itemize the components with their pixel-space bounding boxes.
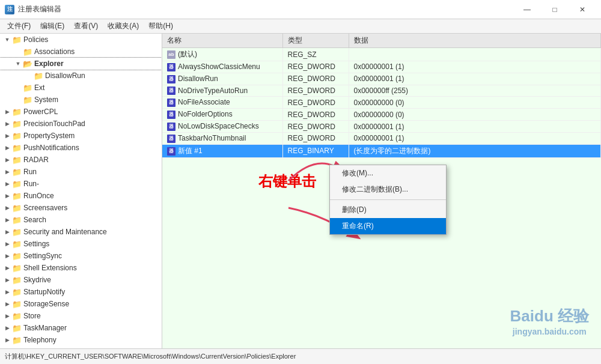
folder-icon-radar: 📁	[12, 155, 22, 165]
folder-icon-taskmanager: 📁	[12, 323, 22, 333]
ctx-modify[interactable]: 修改(M)...	[330, 165, 446, 181]
col-type[interactable]: 类型	[282, 34, 349, 48]
tree-item-settingsync[interactable]: ▶ 📁 SettingSync	[0, 250, 162, 262]
cell-data	[349, 48, 601, 61]
tree-item-precisiontouchpad[interactable]: ▶ 📁 PrecisionTouchPad	[0, 118, 162, 130]
maximize-button[interactable]: □	[541, 0, 569, 19]
expand-icon-telephony: ▶	[2, 335, 12, 345]
table-row[interactable]: 器NoFolderOptionsREG_DWORD0x00000000 (0)	[162, 109, 601, 121]
ctx-modify-binary[interactable]: 修改二进制数据(B)...	[330, 181, 446, 198]
table-row[interactable]: ab(默认)REG_SZ	[162, 48, 601, 61]
tree-item-storagesense[interactable]: ▶ 📁 StorageSense	[0, 298, 162, 310]
tree-item-taskmanager[interactable]: ▶ 📁 TaskManager	[0, 322, 162, 334]
cell-type: REG_DWORD	[282, 61, 349, 73]
cell-name: 器NoFolderOptions	[162, 109, 282, 121]
expand-icon-pushnotifications: ▶	[2, 143, 12, 153]
tree-item-associations[interactable]: ▶ 📁 Associations	[0, 46, 162, 58]
tree-label-run2: Run-	[23, 180, 39, 188]
type-icon: 器	[167, 123, 175, 131]
folder-icon-run: 📁	[12, 167, 22, 177]
menu-view[interactable]: 查看(V)	[69, 20, 103, 32]
table-row[interactable]: 器AlwaysShowClassicMenuREG_DWORD0x0000000…	[162, 61, 601, 73]
folder-icon-securitymaintenance: 📁	[12, 227, 22, 237]
tree-item-ext[interactable]: ▶ 📁 Ext	[0, 82, 162, 94]
table-row[interactable]: 器DisallowRunREG_DWORD0x00000001 (1)	[162, 73, 601, 85]
folder-icon-propertysystem: 📁	[12, 131, 22, 141]
col-name[interactable]: 名称	[162, 34, 282, 48]
cell-name: 器TaskbarNoThumbnail	[162, 132, 282, 144]
expand-icon-search: ▶	[2, 215, 12, 225]
expand-icon-startupnotify: ▶	[2, 287, 12, 297]
type-icon: 器	[167, 75, 175, 83]
tree-label-telephony: Telephony	[23, 336, 56, 344]
tree-label-pushnotifications: PushNotifications	[23, 144, 79, 152]
tree-item-policies[interactable]: ▼ 📁 Policies	[0, 34, 162, 46]
folder-icon-runonce: 📁	[12, 191, 22, 201]
tree-item-powercpl[interactable]: ▶ 📁 PowerCPL	[0, 106, 162, 118]
tree-item-securitymaintenance[interactable]: ▶ 📁 Security and Maintenance	[0, 226, 162, 238]
col-data[interactable]: 数据	[349, 34, 601, 48]
ctx-delete[interactable]: 删除(D)	[330, 202, 446, 218]
expand-icon-explorer: ▼	[13, 59, 23, 68]
cell-type: REG_BINARY	[282, 144, 349, 157]
tree-item-search[interactable]: ▶ 📁 Search	[0, 214, 162, 226]
tree-label-search: Search	[23, 216, 46, 224]
tree-item-store[interactable]: ▶ 📁 Store	[0, 310, 162, 322]
tree-item-settings[interactable]: ▶ 📁 Settings	[0, 238, 162, 250]
expand-icon-taskmanager: ▶	[2, 323, 12, 333]
tree-item-runonce[interactable]: ▶ 📁 RunOnce	[0, 190, 162, 202]
expand-icon-radar: ▶	[2, 155, 12, 165]
table-row[interactable]: 器NoLowDiskSpaceChecksREG_DWORD0x00000001…	[162, 121, 601, 133]
table-row[interactable]: 器NoFileAssociateREG_DWORD0x00000000 (0)	[162, 97, 601, 109]
tree-item-run[interactable]: ▶ 📁 Run	[0, 166, 162, 178]
tree-item-skydrive[interactable]: ▶ 📁 Skydrive	[0, 274, 162, 286]
tree-label-associations: Associations	[34, 47, 75, 56]
tree-item-screensavers[interactable]: ▶ 📁 Screensavers	[0, 202, 162, 214]
menu-edit[interactable]: 编辑(E)	[35, 20, 69, 32]
tree-item-propertysystem[interactable]: ▶ 📁 PropertySystem	[0, 130, 162, 142]
tree-item-startupnotify[interactable]: ▶ 📁 StartupNotify	[0, 286, 162, 298]
cell-type: REG_DWORD	[282, 97, 349, 109]
folder-icon-startupnotify: 📁	[12, 287, 22, 297]
cell-data: 0x00000001 (1)	[349, 73, 601, 85]
cell-name: 器NoFileAssociate	[162, 97, 282, 109]
tree-item-explorer[interactable]: ▼ 📂 Explorer	[0, 58, 162, 70]
folder-icon-settings: 📁	[12, 239, 22, 249]
ctx-separator	[330, 199, 446, 200]
tree-item-disallowrun[interactable]: ▶ 📁 DisallowRun	[0, 70, 162, 82]
close-button[interactable]: ✕	[569, 0, 596, 19]
tree-label-storagesense: StorageSense	[23, 300, 69, 308]
tree-item-system[interactable]: ▶ 📁 System	[0, 94, 162, 106]
tree-item-radar[interactable]: ▶ 📁 RADAR	[0, 154, 162, 166]
main-area: ▼ 📁 Policies ▶ 📁 Associations ▼ 📂 Explor…	[0, 34, 601, 348]
tree-label-run: Run	[23, 168, 37, 176]
expand-icon-skydrive: ▶	[2, 275, 12, 285]
table-row[interactable]: 器新值 #1REG_BINARY(长度为零的二进制数据)	[162, 144, 601, 157]
menu-file[interactable]: 文件(F)	[2, 20, 35, 32]
minimize-button[interactable]: —	[513, 0, 541, 19]
cell-data: 0x00000000 (0)	[349, 97, 601, 109]
menu-help[interactable]: 帮助(H)	[144, 20, 178, 32]
tree-label-securitymaintenance: Security and Maintenance	[23, 228, 107, 236]
tree-label-system: System	[34, 96, 58, 104]
tree-scroll[interactable]: ▼ 📁 Policies ▶ 📁 Associations ▼ 📂 Explor…	[0, 34, 162, 348]
tree-item-telephony[interactable]: ▶ 📁 Telephony	[0, 334, 162, 346]
cell-type: REG_DWORD	[282, 121, 349, 133]
folder-icon-shellextensions: 📁	[12, 263, 22, 273]
tree-item-run2[interactable]: ▶ 📁 Run-	[0, 178, 162, 190]
expand-icon-settingsync: ▶	[2, 251, 12, 261]
folder-icon-system: 📁	[23, 95, 32, 105]
tree-item-pushnotifications[interactable]: ▶ 📁 PushNotifications	[0, 142, 162, 154]
table-row[interactable]: 器NoDriveTypeAutoRunREG_DWORD0x000000ff (…	[162, 85, 601, 97]
menu-favorites[interactable]: 收藏夹(A)	[103, 20, 144, 32]
tree-label-skydrive: Skydrive	[23, 276, 51, 284]
cell-name: 器NoDriveTypeAutoRun	[162, 85, 282, 97]
tree-label-powercpl: PowerCPL	[23, 108, 58, 116]
expand-icon-store: ▶	[2, 311, 12, 321]
ctx-rename[interactable]: 重命名(R)	[330, 218, 446, 234]
folder-icon-pushnotifications: 📁	[12, 143, 22, 153]
registry-table: 名称 类型 数据 ab(默认)REG_SZ器AlwaysShowClassicM…	[162, 34, 601, 158]
table-row[interactable]: 器TaskbarNoThumbnailREG_DWORD0x00000001 (…	[162, 132, 601, 144]
cell-type: REG_SZ	[282, 48, 349, 61]
tree-item-shellextensions[interactable]: ▶ 📁 Shell Extensions	[0, 262, 162, 274]
